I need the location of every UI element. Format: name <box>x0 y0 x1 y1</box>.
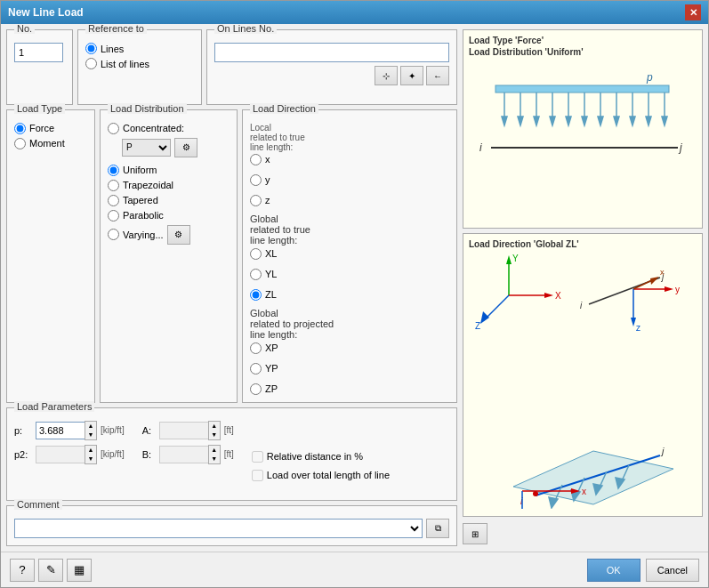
dist-parabolic-label: Parabolic <box>123 210 164 221</box>
pick-button[interactable]: ✦ <box>400 66 423 85</box>
dir-y-label: y <box>265 174 270 185</box>
varying-btn[interactable]: ⚙ <box>167 225 190 245</box>
b-down-arrow[interactable]: ▼ <box>209 455 220 463</box>
dir-y-radio[interactable] <box>250 174 262 186</box>
close-button[interactable]: ✕ <box>685 4 701 20</box>
dir-z-radio[interactable] <box>250 195 262 206</box>
svg-marker-40 <box>665 286 673 292</box>
dist-parabolic-radio[interactable] <box>108 210 119 222</box>
dir-x-radio[interactable] <box>250 154 262 165</box>
dir-yp-radio[interactable] <box>250 363 262 375</box>
reference-lines-option[interactable]: Lines <box>85 43 194 54</box>
dist-varying-option[interactable]: Varying... <box>108 229 164 240</box>
reference-list-option[interactable]: List of lines <box>85 58 194 69</box>
load-type-moment-radio[interactable] <box>14 138 26 149</box>
dir-zp-radio[interactable] <box>250 383 262 395</box>
dir-xl-option[interactable]: XL <box>250 248 449 260</box>
footer-left-buttons: ? ✎ ▦ <box>10 559 92 582</box>
p2-input[interactable] <box>36 446 85 463</box>
load-type-section: Load Type Force Moment <box>6 109 95 403</box>
dist-varying-radio[interactable] <box>108 229 119 240</box>
ok-button[interactable]: OK <box>587 559 641 582</box>
edit-button[interactable]: ✎ <box>38 559 63 582</box>
p2-label: p2: <box>14 449 32 460</box>
dir-xl-radio[interactable] <box>250 248 262 260</box>
a-down-arrow[interactable]: ▼ <box>209 431 220 439</box>
relative-distance-checkbox[interactable] <box>252 451 263 463</box>
b-spinner: ▲ ▼ <box>159 445 221 464</box>
dir-yp-option[interactable]: YP <box>250 363 449 375</box>
comment-input[interactable] <box>14 519 423 538</box>
a-up-arrow[interactable]: ▲ <box>209 422 220 431</box>
on-lines-input[interactable] <box>214 43 449 62</box>
left-panel: No. Reference to Lines List of lines <box>6 29 457 546</box>
load-over-total-label: Load over total length of line <box>267 470 390 480</box>
dist-parabolic-option[interactable]: Parabolic <box>108 210 230 222</box>
reference-lines-radio[interactable] <box>85 43 97 54</box>
dir-yl-radio[interactable] <box>250 269 262 280</box>
dir-yp-label: YP <box>265 363 278 374</box>
table-button[interactable]: ▦ <box>67 559 92 582</box>
load-type-force-label: Force <box>29 123 54 133</box>
p-up-arrow[interactable]: ▲ <box>85 422 96 431</box>
p-input[interactable] <box>36 422 85 439</box>
load-type-moment-option[interactable]: Moment <box>14 138 87 149</box>
load-dist-label: Load Distribution <box>108 103 187 114</box>
comment-label: Comment <box>14 499 62 510</box>
svg-rect-0 <box>495 85 669 93</box>
reference-list-radio[interactable] <box>85 58 97 69</box>
p-down-arrow[interactable]: ▼ <box>85 431 96 439</box>
p2-up-arrow[interactable]: ▲ <box>85 446 96 455</box>
svg-text:y: y <box>675 285 680 294</box>
dir-yl-option[interactable]: YL <box>250 269 449 280</box>
dist-concentrated-radio[interactable] <box>108 123 119 134</box>
svg-text:p: p <box>646 71 653 84</box>
svg-text:i: i <box>479 141 482 154</box>
right-panel: Load Type 'Force' Load Distribution 'Uni… <box>463 29 703 546</box>
dir-z-option[interactable]: z <box>250 195 449 206</box>
cancel-button[interactable]: Cancel <box>646 559 699 582</box>
dist-uniform-radio[interactable] <box>108 165 119 176</box>
dialog-title: New Line Load <box>8 6 84 19</box>
dir-xp-option[interactable]: XP <box>250 342 449 354</box>
arrow-button[interactable]: ← <box>426 66 449 85</box>
no-input[interactable] <box>14 43 63 62</box>
load-dir-local: Localrelated to trueline length: x y <box>250 123 449 206</box>
dist-tapered-option[interactable]: Tapered <box>108 195 230 206</box>
p-select-btn[interactable]: ⚙ <box>174 138 197 157</box>
comment-copy-btn[interactable]: ⧉ <box>426 519 449 538</box>
dir-xp-radio[interactable] <box>250 342 262 354</box>
dist-tapered-label: Tapered <box>123 195 158 205</box>
help-button[interactable]: ? <box>10 559 35 582</box>
relative-distance-option[interactable]: Relative distance in % <box>252 451 390 463</box>
b-up-arrow[interactable]: ▲ <box>209 446 220 455</box>
load-type-radio-group: Force Moment <box>14 123 87 149</box>
on-lines-section: On Lines No. ⊹ ✦ ← <box>206 29 457 105</box>
dist-concentrated-option[interactable]: Concentrated: <box>108 123 184 134</box>
direction-diagram: Y X Z i <box>469 251 696 509</box>
dir-zl-option[interactable]: ZL <box>250 289 449 301</box>
select-button[interactable]: ⊹ <box>375 66 398 85</box>
dir-x-option[interactable]: x <box>250 154 449 165</box>
load-type-force-radio[interactable] <box>14 123 26 134</box>
a-input[interactable] <box>159 422 208 439</box>
dist-trapezoidal-option[interactable]: Trapezoidal <box>108 180 230 191</box>
dist-uniform-option[interactable]: Uniform <box>108 165 230 176</box>
dist-tapered-radio[interactable] <box>108 195 119 206</box>
load-over-total-checkbox[interactable] <box>252 470 263 481</box>
dir-zp-option[interactable]: ZP <box>250 383 449 395</box>
dir-z-label: z <box>265 195 270 205</box>
dir-y-option[interactable]: y <box>250 174 449 186</box>
b-input[interactable] <box>159 446 208 463</box>
load-params-section: Load Parameters p: ▲ ▼ <box>6 407 457 501</box>
dist-concentrated-label: Concentrated: <box>123 123 184 133</box>
load-type-force-option[interactable]: Force <box>14 123 87 134</box>
dir-zl-radio[interactable] <box>250 289 262 301</box>
load-over-total-option[interactable]: Load over total length of line <box>252 470 390 481</box>
p-select[interactable]: P <box>122 139 171 157</box>
dist-trapezoidal-radio[interactable] <box>108 180 119 191</box>
dist-uniform-label: Uniform <box>123 165 157 175</box>
preview-expand-btn[interactable]: ⊞ <box>463 523 487 544</box>
new-line-load-dialog: New Line Load ✕ No. Reference to <box>0 0 709 588</box>
p2-down-arrow[interactable]: ▼ <box>85 455 96 463</box>
